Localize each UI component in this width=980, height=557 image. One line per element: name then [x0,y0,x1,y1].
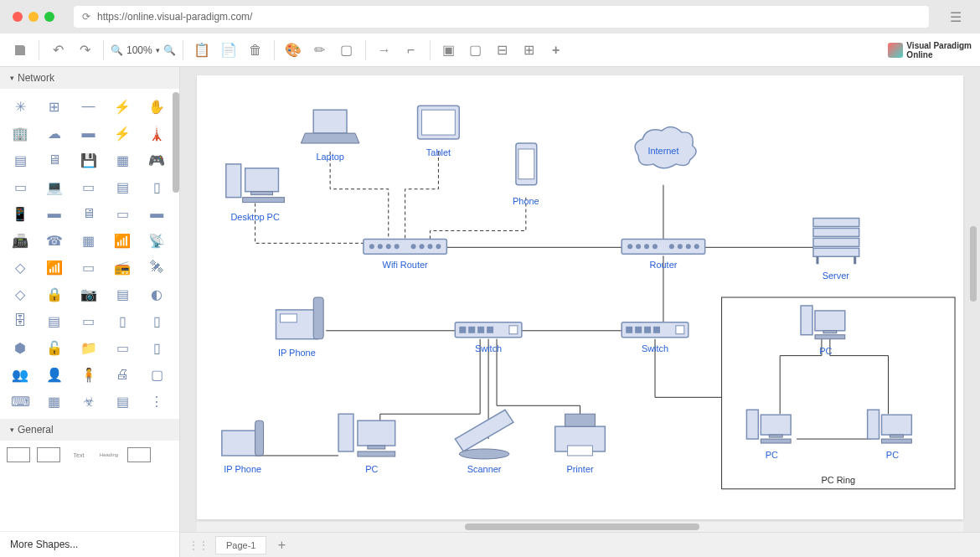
save-button[interactable] [8,39,32,62]
align-button[interactable]: ⊟ [491,39,514,62]
stroke-button[interactable]: ✏ [308,39,332,62]
drag-handle-icon[interactable]: ⋮⋮ [188,539,209,551]
shadow-button[interactable]: ▢ [335,39,358,62]
node-scanner[interactable]: Scanner [455,410,513,474]
shape-folder[interactable]: 📁 [75,337,102,358]
minimize-window[interactable] [28,12,39,22]
shape-disk[interactable]: 💾 [75,149,102,171]
shape-firewall[interactable]: ▦ [75,230,102,251]
gen-rect3[interactable] [127,447,151,462]
node-pc-1[interactable]: PC [338,414,395,474]
page-tab-1[interactable]: Page-1 [215,536,266,554]
url-bar[interactable]: ⟳ https://online.visual-paradigm.com/ [74,6,929,28]
shape-modem[interactable]: ▤ [109,176,136,198]
gen-heading[interactable]: Heading [97,447,121,462]
distribute-button[interactable]: ⊞ [518,39,541,62]
shape-camera[interactable]: 📷 [75,283,102,305]
shape-brick[interactable]: ▬ [143,203,170,224]
shape-cpu[interactable]: ▦ [41,390,68,412]
canvas[interactable]: Desktop PC Laptop Tablet [197,75,963,519]
node-router[interactable]: Router [622,239,704,270]
shape-hub[interactable]: ▯ [143,176,170,198]
shape-shield[interactable]: ◇ [7,283,34,305]
node-laptop[interactable]: Laptop [301,110,359,162]
shape-user[interactable]: 👤 [41,364,68,385]
shape-cube[interactable]: ◇ [7,256,34,278]
shape-monitor[interactable]: 🖥 [75,203,102,224]
shape-tower[interactable]: 🗼 [143,122,170,144]
shape-flash[interactable]: ⚡ [109,95,136,117]
add-button[interactable]: + [544,39,568,62]
shape-line[interactable]: — [75,95,102,117]
zoom-out-icon[interactable]: 🔍 [111,44,123,56]
delete-button[interactable]: 🗑 [244,39,267,62]
shape-stick[interactable]: ▯ [143,337,170,358]
shape-bio[interactable]: ☣ [75,390,102,412]
shape-flash2[interactable]: ▯ [143,310,170,332]
vertical-scrollbar[interactable] [968,75,978,523]
shape-box[interactable]: ▭ [109,203,136,224]
chevron-down-icon[interactable]: ▾ [156,46,160,54]
node-ip-phone-2[interactable]: IP Phone [222,420,264,474]
shape-device[interactable]: ▭ [75,256,102,278]
shape-bolt[interactable]: ⚡ [109,122,136,144]
connector-button[interactable]: ⌐ [400,39,423,62]
shape-card[interactable]: ▭ [109,337,136,358]
shape-fax[interactable]: 📠 [7,230,34,251]
arrow-button[interactable]: → [373,39,396,62]
maximize-window[interactable] [44,12,54,22]
node-switch-1[interactable]: Switch [455,322,522,353]
undo-button[interactable]: ↶ [46,39,70,62]
shape-rack[interactable]: ▤ [7,149,34,171]
shape-sun[interactable]: ✳ [7,95,34,117]
node-wifi-router[interactable]: Wifi Router [364,239,446,270]
node-pc-left[interactable]: PC [746,410,791,460]
general-panel-header[interactable]: General [0,419,179,441]
gen-text[interactable]: Text [67,447,90,462]
horizontal-scrollbar[interactable] [197,522,963,532]
shape-antenna[interactable]: 📶 [41,256,68,278]
zoom-in-icon[interactable]: 🔍 [163,44,176,56]
shape-db[interactable]: 🗄 [7,310,34,332]
back-button[interactable]: ▢ [464,39,487,62]
shape-grid2[interactable]: ▤ [109,390,136,412]
shape-misc1[interactable]: ▤ [109,283,136,305]
close-window[interactable] [13,12,23,22]
node-desktop-pc[interactable]: Desktop PC [226,164,285,223]
shape-misc2[interactable]: ◐ [143,283,170,305]
redo-button[interactable]: ↷ [73,39,96,62]
shape-board[interactable]: ▢ [143,364,170,385]
copy-button[interactable]: 📋 [190,39,214,62]
sidebar-scrollbar[interactable] [173,92,179,193]
network-panel-header[interactable]: Network [0,67,179,89]
node-printer[interactable]: Printer [555,414,606,474]
front-button[interactable]: ▣ [437,39,461,62]
node-internet[interactable]: Internet [635,127,696,168]
shape-storage[interactable]: ▤ [41,310,68,332]
shape-radio[interactable]: 📻 [109,256,136,278]
gen-rect2[interactable] [37,447,60,462]
shape-users[interactable]: 👥 [7,364,34,385]
shape-bar[interactable]: ▬ [41,203,68,224]
shape-cyl[interactable]: ⬢ [7,337,34,358]
shape-phone[interactable]: 📱 [7,203,34,224]
node-phone[interactable]: Phone [513,143,539,206]
shape-gamepad[interactable]: 🎮 [143,149,170,171]
shape-grid[interactable]: ⊞ [41,95,68,117]
shape-lock[interactable]: 🔒 [41,283,68,305]
node-tablet[interactable]: Tablet [418,106,460,157]
fill-button[interactable]: 🎨 [281,39,305,62]
shape-pc[interactable]: 🖥 [41,149,68,171]
shape-chip[interactable]: ▦ [109,149,136,171]
shape-unlock[interactable]: 🔓 [41,337,68,358]
shape-wifi[interactable]: 📶 [109,230,136,251]
shape-building[interactable]: 🏢 [7,122,34,144]
node-switch-2[interactable]: Switch [622,322,689,353]
gen-rect1[interactable] [7,447,30,462]
shape-satellite[interactable]: 🛰 [143,256,170,278]
shape-server[interactable]: ▬ [75,122,102,144]
shape-person[interactable]: 🧍 [75,364,102,385]
shape-cloud[interactable]: ☁ [41,122,68,144]
paste-button[interactable]: 📄 [217,39,240,62]
shape-router[interactable]: ▭ [7,176,34,198]
